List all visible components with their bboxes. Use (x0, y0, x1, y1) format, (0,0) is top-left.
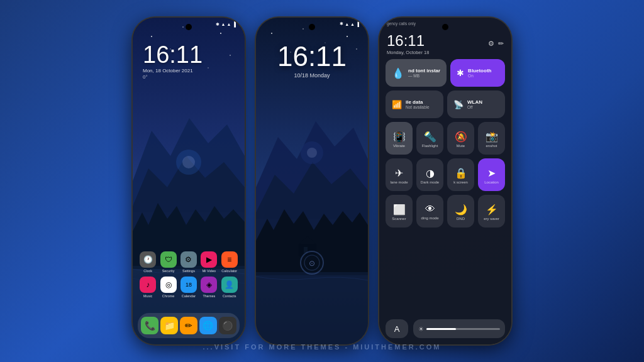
app-calendar[interactable]: 18 Calendar (179, 277, 198, 298)
screenshot-tile[interactable]: 📸 enshot (478, 122, 505, 155)
mobile-data-text: ile data Not available (406, 99, 430, 109)
punch-hole-left (186, 24, 192, 30)
lock-date: 10/18 Monday (294, 72, 330, 79)
wlan-text: WLAN Off (467, 99, 482, 109)
wlan-subtitle: Off (467, 105, 482, 109)
location-tile[interactable]: ➤ Location (478, 158, 505, 191)
scanner-tile[interactable]: ⬜ Scanner (386, 195, 413, 228)
app-row-2: ♪ Music ◎ Chrome 18 Calendar ◈ (138, 277, 240, 298)
screenshot-label: enshot (486, 144, 497, 148)
battery-saver-tile[interactable]: ⚡ ery saver (478, 195, 505, 228)
cc-row-1: 💧 nd tont instar — MB ✱ Bluetooth On (386, 59, 505, 87)
battery-icon-left: ▐ (232, 21, 236, 27)
mute-label: Mute (457, 144, 465, 148)
app-chrome[interactable]: ◎ Chrome (159, 277, 178, 298)
cc-time-date: 16:11 Monday, October 18 (387, 32, 429, 55)
mobile-data-tile[interactable]: 📶 ile data Not available (386, 90, 443, 118)
bluetooth-icon-left: ✱ (216, 22, 219, 27)
app-calculator[interactable]: ≡ Calculator (220, 251, 239, 273)
edit-icon-cc[interactable]: ✏ (498, 40, 504, 48)
app-settings[interactable]: ⚙ Settings (179, 251, 198, 273)
app-music[interactable]: ♪ Music (138, 277, 157, 298)
battery-icon-center: ▐ (356, 22, 359, 26)
wlan-icon: 📡 (453, 100, 464, 109)
wlan-tile[interactable]: 📡 WLAN Off (447, 90, 505, 118)
app-calendar-label: Calendar (182, 294, 196, 298)
water-icon: 💧 (392, 67, 404, 79)
app-security-label: Security (162, 269, 175, 273)
wifi-icon-left: ▲ (226, 22, 231, 26)
plane-tile[interactable]: ✈ lane mode (386, 158, 413, 191)
cc-small-row-3: ⬜ Scanner 👁 ding mode 🌙 DND ⚡ (386, 195, 505, 228)
settings-icon-cc[interactable]: ⚙ (488, 40, 494, 48)
dock-browser[interactable]: 🌐 (199, 317, 217, 334)
cc-tiles: 💧 nd tont instar — MB ✱ Bluetooth On (379, 55, 511, 319)
brightness-control[interactable]: ☀ (413, 319, 505, 338)
location-label: Location (484, 180, 499, 184)
app-mi-video[interactable]: ▶ Mi Video (199, 251, 218, 273)
reading-mode-tile[interactable]: 👁 ding mode (416, 195, 443, 228)
cc-row-2: 📶 ile data Not available 📡 WLAN Off (386, 90, 505, 118)
phone-right-screen: gency calls only 16:11 Monday, October 1… (379, 18, 511, 344)
mobile-data-icon: 📶 (392, 100, 402, 109)
dock: 📞 📁 ✏ 🌐 ⚫ (138, 313, 240, 338)
wlan-title: WLAN (467, 99, 482, 105)
app-themes[interactable]: ◈ Themes (199, 277, 218, 298)
bluetooth-tile-text: Bluetooth On (468, 68, 491, 78)
battery-saver-icon: ⚡ (486, 204, 498, 216)
app-contacts[interactable]: 👤 Contacts (220, 277, 239, 298)
lock-screen-tile[interactable]: 🔒 k screen (447, 158, 474, 191)
wifi-icon-center: ▲ (350, 22, 355, 26)
phone-left-screen: ✱ ▲ ▲ ▐ 16:11 Mon, 18 October 2021 0° (133, 18, 245, 344)
dark-mode-tile[interactable]: ◑ Dark mode (416, 158, 443, 191)
punch-hole-center (309, 24, 315, 30)
dock-camera[interactable]: ⚫ (219, 317, 236, 334)
reading-mode-label: ding mode (421, 216, 438, 220)
dark-mode-label: Dark mode (421, 180, 439, 184)
status-icons-center: ✱ ▲ ▲ ▐ (340, 21, 359, 26)
lock-screen-label: k screen (453, 180, 468, 184)
bluetooth-tile-subtitle: On (468, 74, 491, 78)
app-security[interactable]: 🛡 Security (159, 251, 178, 273)
location-icon: ➤ (487, 167, 496, 179)
bluetooth-tile[interactable]: ✱ Bluetooth On (450, 59, 505, 87)
dock-files[interactable]: 📁 (160, 317, 178, 334)
bluetooth-tile-title: Bluetooth (468, 68, 491, 74)
cc-a-button[interactable]: A (386, 319, 408, 338)
dnd-icon: 🌙 (455, 204, 467, 216)
water-tile-title: nd tont instar (408, 68, 440, 74)
cc-time: 16:11 (387, 32, 429, 50)
mute-tile[interactable]: 🔕 Mute (447, 122, 474, 155)
phone-left-content: 16:11 Mon, 18 October 2021 0° 🕐 Clock 🛡 … (133, 18, 245, 344)
lock-screen-icon: 🔒 (455, 167, 467, 179)
dock-notes[interactable]: ✏ (180, 317, 197, 334)
dark-mode-icon: ◑ (426, 167, 435, 179)
lock-time: 16:11 (277, 43, 347, 70)
flashlight-icon: 🔦 (424, 131, 436, 143)
vibrate-tile[interactable]: 📳 Vibrate (386, 122, 413, 155)
app-row-1: 🕐 Clock 🛡 Security ⚙ Settings ▶ (138, 251, 240, 273)
water-tile[interactable]: 💧 nd tont instar — MB (386, 59, 447, 87)
home-date: Mon, 18 October 2021 (133, 67, 245, 74)
punch-hole-right (442, 24, 448, 30)
dnd-tile[interactable]: 🌙 DND (447, 195, 474, 228)
plane-icon: ✈ (395, 167, 403, 179)
phone-center-content: 16:11 10/18 Monday (256, 18, 368, 344)
signal-icon-left: ▲ (221, 22, 225, 26)
cc-header: 16:11 Monday, October 18 ⚙ ✏ (379, 27, 511, 55)
flashlight-tile[interactable]: 🔦 Flashlight (416, 122, 443, 155)
phone-left: ✱ ▲ ▲ ▐ 16:11 Mon, 18 October 2021 0° (133, 18, 245, 344)
mute-icon: 🔕 (455, 131, 467, 143)
scanner-label: Scanner (392, 217, 406, 221)
vibrate-icon: 📳 (393, 131, 406, 143)
control-center: gency calls only 16:11 Monday, October 1… (379, 18, 511, 344)
app-clock[interactable]: 🕐 Clock (138, 251, 157, 273)
dock-phone[interactable]: 📞 (141, 317, 158, 334)
cc-date: Monday, October 18 (387, 50, 429, 55)
cc-small-row-1: 📳 Vibrate 🔦 Flashlight 🔕 Mute 📸 (386, 122, 505, 155)
mobile-data-subtitle: Not available (406, 105, 430, 109)
scanner-icon: ⬜ (393, 204, 406, 216)
app-grid: 🕐 Clock 🛡 Security ⚙ Settings ▶ (133, 251, 245, 302)
home-temp: 0° (133, 74, 245, 80)
bluetooth-icon-center: ✱ (340, 21, 343, 26)
